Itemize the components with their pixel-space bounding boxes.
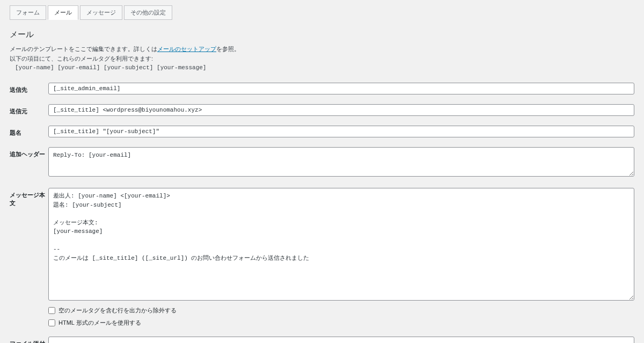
row-attach: ファイル添付 [10, 337, 634, 343]
checkbox-use-html[interactable] [48, 319, 55, 326]
input-from[interactable] [48, 104, 634, 116]
checkbox-exclude-blank[interactable] [48, 307, 55, 314]
tab-mail[interactable]: メール [48, 5, 78, 20]
row-subject: 題名 [10, 126, 634, 137]
input-subject[interactable] [48, 126, 634, 137]
label-to: 送信先 [10, 83, 48, 94]
checkbox-use-html-label[interactable]: HTML 形式のメールを使用する [58, 319, 141, 327]
checkbox-use-html-row: HTML 形式のメールを使用する [48, 319, 634, 327]
tags-label: 以下の項目にて、これらのメールタグを利用できます: [10, 55, 634, 63]
textarea-attach[interactable] [48, 337, 634, 343]
tab-messages[interactable]: メッセージ [80, 5, 122, 20]
label-attach: ファイル添付 [10, 337, 48, 343]
intro-before: メールのテンプレートをここで編集できます。詳しくは [10, 46, 157, 52]
setup-link[interactable]: メールのセットアップ [157, 46, 216, 52]
tab-form[interactable]: フォーム [10, 5, 46, 20]
textarea-body[interactable] [48, 188, 634, 301]
tab-bar: フォーム メール メッセージ その他の設定 [10, 5, 634, 20]
row-body: メッセージ本文 空のメールタグを含む行を出力から除外する HTML 形式のメール… [10, 188, 634, 327]
label-subject: 題名 [10, 126, 48, 137]
checkbox-exclude-blank-row: 空のメールタグを含む行を出力から除外する [48, 306, 634, 315]
section-title: メール [10, 30, 634, 40]
textarea-headers[interactable] [48, 147, 634, 177]
label-headers: 追加ヘッダー [10, 147, 48, 158]
row-from: 送信元 [10, 104, 634, 116]
checkbox-exclude-blank-label[interactable]: 空のメールタグを含む行を出力から除外する [58, 306, 177, 315]
label-from: 送信元 [10, 104, 48, 115]
intro-text: メールのテンプレートをここで編集できます。詳しくはメールのセットアップを参照。 [10, 45, 634, 53]
input-to[interactable] [48, 83, 634, 94]
row-to: 送信先 [10, 83, 634, 94]
tags-list: [your-name] [your-email] [your-subject] … [15, 64, 634, 71]
label-body: メッセージ本文 [10, 188, 48, 207]
tab-other[interactable]: その他の設定 [124, 5, 172, 20]
row-headers: 追加ヘッダー [10, 147, 634, 178]
intro-after: を参照。 [216, 46, 240, 52]
